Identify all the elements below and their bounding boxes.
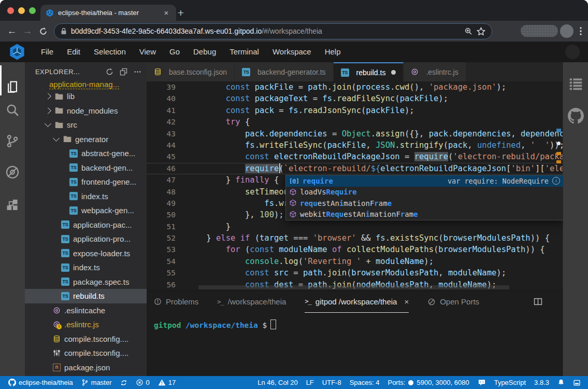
code-text: } else if (target === 'browser' && fs.ex… bbox=[187, 232, 563, 244]
status-item-master[interactable]: master bbox=[77, 379, 116, 386]
tree-file-row[interactable]: npackage.json bbox=[25, 360, 147, 375]
terminal-output[interactable]: gitpod /workspace/theia $ bbox=[147, 312, 563, 329]
bookmark-star-icon[interactable] bbox=[477, 27, 485, 36]
editor-tab-rebuild-ts[interactable]: TSrebuild.ts bbox=[334, 62, 404, 81]
status-item[interactable] bbox=[116, 379, 132, 386]
tree-file-row[interactable]: TSindex.ts bbox=[25, 189, 147, 204]
close-tab-icon[interactable]: × bbox=[162, 8, 171, 18]
menu-view[interactable]: View bbox=[133, 47, 163, 56]
tree-file-row[interactable]: TSindex.ts bbox=[25, 260, 147, 275]
menu-file[interactable]: File bbox=[34, 47, 60, 56]
browser-tabstrip: eclipse-theia/theia - master × + bbox=[0, 0, 588, 21]
tree-file-row[interactable]: !application-manag... bbox=[25, 81, 147, 89]
browser-tab-title: eclipse-theia/theia - master bbox=[58, 9, 157, 17]
menu-terminal[interactable]: Terminal bbox=[223, 47, 266, 56]
branch-icon bbox=[81, 379, 89, 386]
status-item-utf-8[interactable]: UTF-8 bbox=[318, 379, 346, 386]
tree-file-row[interactable]: .eslintcache bbox=[25, 303, 147, 318]
collapse-all-icon[interactable] bbox=[120, 68, 127, 76]
editor-tab-backend-generator-ts[interactable]: TSbackend-generator.ts bbox=[235, 62, 334, 81]
more-actions-icon[interactable] bbox=[134, 68, 141, 76]
completion-item[interactable]: loadVsRequire bbox=[286, 187, 563, 198]
tree-file-row[interactable]: TSexpose-loader.ts bbox=[25, 246, 147, 261]
completion-item[interactable]: webkitRequestAnimationFrame bbox=[286, 209, 563, 220]
tree-file-row[interactable]: !.eslintrc.js bbox=[25, 317, 147, 332]
forward-icon[interactable]: → bbox=[20, 25, 35, 37]
code-line: 55 const src = path.join(browserModulesP… bbox=[147, 267, 563, 279]
split-terminal-icon[interactable] bbox=[534, 297, 542, 306]
status-item-17[interactable]: 17 bbox=[154, 379, 180, 386]
panel-tab-gitpod-workspace-theia[interactable]: >_gitpod /workspace/theia× bbox=[305, 291, 409, 313]
code-line: 45 const electronRebuildPackageJson = re… bbox=[147, 151, 563, 162]
menu-debug[interactable]: Debug bbox=[187, 47, 223, 56]
panel-tab--workspace-theia[interactable]: >_/workspace/theia bbox=[217, 291, 286, 312]
status-item-0[interactable]: 0 bbox=[132, 379, 154, 386]
files-icon[interactable] bbox=[5, 80, 20, 94]
editor-tab-base-tsconfig-json[interactable]: base.tsconfig.json bbox=[147, 62, 235, 81]
browser-menu-icon[interactable] bbox=[577, 26, 585, 36]
source-control-icon[interactable] bbox=[5, 134, 20, 148]
outline-icon[interactable] bbox=[569, 77, 583, 91]
debug-disabled-icon[interactable] bbox=[5, 165, 20, 179]
minimize-window-button[interactable] bbox=[18, 7, 25, 14]
tree-file-row[interactable]: TSrebuild.ts bbox=[25, 289, 147, 303]
horizontal-scrollbar[interactable] bbox=[198, 285, 509, 289]
tree-folder-row[interactable]: node_modules bbox=[25, 104, 147, 118]
status-item-ln-46-col-20[interactable]: Ln 46, Col 20 bbox=[253, 379, 302, 386]
status-item[interactable] bbox=[569, 379, 585, 386]
tree-file-row[interactable]: TSabstract-gene... bbox=[25, 146, 147, 161]
tree-file-row[interactable]: TSbackend-gen... bbox=[25, 161, 147, 175]
new-tab-button[interactable]: + bbox=[174, 6, 188, 20]
panel-tab-Open-Ports[interactable]: Open Ports bbox=[427, 291, 479, 312]
reload-icon[interactable] bbox=[35, 27, 51, 36]
tree-file-row[interactable]: TSwebpack-gen... bbox=[25, 203, 147, 218]
status-item-3-8-3[interactable]: 3.8.3 bbox=[530, 379, 553, 386]
tree-file-row[interactable]: TSapplication-pac... bbox=[25, 218, 147, 232]
tree-item-label: application-manag... bbox=[49, 81, 119, 89]
status-item-5900-3000-6080[interactable]: Ports:5900, 3000, 6080 bbox=[383, 379, 473, 386]
status-item[interactable] bbox=[474, 379, 490, 386]
menu-help[interactable]: Help bbox=[318, 47, 348, 56]
terminal-icon: >_ bbox=[305, 298, 311, 305]
line-number: 41 bbox=[147, 105, 187, 116]
file-type-ts-icon: TS bbox=[61, 249, 69, 257]
extensions-icon[interactable] bbox=[5, 199, 20, 214]
panel-tab-Problems[interactable]: Problems bbox=[154, 291, 198, 312]
completion-item[interactable]: requestAnimationFrame bbox=[286, 198, 563, 209]
tree-file-row[interactable]: TSfrontend-gene... bbox=[25, 175, 147, 189]
status-item[interactable] bbox=[553, 379, 569, 386]
file-type-ts-icon: TS bbox=[61, 263, 69, 272]
status-item-spaces-4[interactable]: Spaces: 4 bbox=[346, 379, 384, 386]
code-editor[interactable]: 39 const packFile = path.join(process.cw… bbox=[147, 81, 563, 290]
tree-folder-row[interactable]: src bbox=[25, 118, 147, 132]
tree-file-row[interactable]: TSpackage.spec.ts bbox=[25, 275, 147, 289]
refresh-icon[interactable] bbox=[106, 68, 113, 76]
browser-tab[interactable]: eclipse-theia/theia - master × bbox=[40, 5, 176, 21]
code-text: const electronRebuildPackageJson = requi… bbox=[187, 151, 563, 162]
tree-file-row[interactable]: compile.tsconfig.... bbox=[25, 346, 147, 360]
github-icon[interactable] bbox=[568, 108, 584, 124]
status-item-eclipse-theia-theia[interactable]: eclipse-theia/theia bbox=[4, 379, 77, 386]
close-icon[interactable]: × bbox=[404, 297, 409, 306]
browser-profile-avatar[interactable] bbox=[560, 24, 573, 38]
zoom-page-icon[interactable] bbox=[464, 27, 472, 35]
tree-item-label: src bbox=[67, 120, 77, 129]
menu-edit[interactable]: Edit bbox=[60, 47, 87, 56]
status-label: 0 bbox=[146, 379, 150, 386]
menu-selection[interactable]: Selection bbox=[87, 47, 133, 56]
editor-tab--eslintrc-js[interactable]: .eslintrc.js bbox=[404, 62, 466, 81]
tree-file-row[interactable]: TSapplication-pro... bbox=[25, 232, 147, 246]
completion-item[interactable]: [@]requirevar require: NodeRequirei bbox=[286, 175, 563, 187]
status-item-typescript[interactable]: TypeScript bbox=[490, 379, 530, 386]
tree-folder-row[interactable]: generator bbox=[25, 132, 147, 147]
search-icon[interactable] bbox=[5, 103, 20, 117]
zoom-window-button[interactable] bbox=[29, 7, 36, 14]
tree-file-row[interactable]: compile.tsconfig.... bbox=[25, 332, 147, 346]
tree-folder-row[interactable]: lib bbox=[25, 89, 147, 104]
url-bar[interactable]: b0dd9cdf-3453-4fe2-9a5c-66403d3ea7af.ws-… bbox=[54, 23, 492, 39]
status-item-lf[interactable]: LF bbox=[302, 379, 318, 386]
menu-go[interactable]: Go bbox=[163, 47, 187, 56]
close-window-button[interactable] bbox=[7, 7, 14, 14]
back-icon[interactable]: ← bbox=[4, 25, 20, 37]
menu-workspace[interactable]: Workspace bbox=[266, 47, 318, 56]
